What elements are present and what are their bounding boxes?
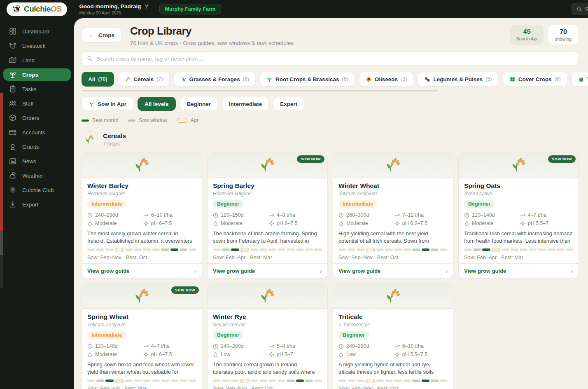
orders-icon bbox=[9, 114, 17, 122]
level-chip-expert[interactable]: Expert bbox=[273, 97, 304, 111]
sow-summary: Sow: Feb–Apr · Best: Mar bbox=[213, 255, 322, 260]
sidebar-item-accounts[interactable]: Accounts bbox=[3, 126, 71, 138]
month-segment bbox=[152, 248, 160, 251]
greeting-text: Good morning, Padraig bbox=[79, 3, 141, 9]
page-subtitle: 70 Irish & UK crops · Grow guides, sow w… bbox=[130, 40, 294, 46]
category-chip-legumes-pulses[interactable]: Legumes & Pulses (5) bbox=[418, 72, 498, 87]
month-segment bbox=[96, 248, 104, 251]
level-chip-intermediate[interactable]: Intermediate bbox=[222, 97, 269, 111]
stat-yield: 4–7 t/ha bbox=[151, 343, 170, 349]
crop-description: Traditional Irish cereal with increasing… bbox=[464, 230, 573, 245]
sunflower-icon bbox=[366, 76, 372, 82]
sidebar-item-weather[interactable]: Weather bbox=[3, 169, 71, 182]
chips-scrollbar[interactable] bbox=[82, 90, 438, 91]
sidebar-item-livestock[interactable]: Livestock bbox=[3, 40, 71, 52]
greeting-block: Good morning, Padraig Monday 20 April 20… bbox=[79, 3, 149, 15]
month-segment bbox=[412, 248, 420, 251]
month-segment bbox=[529, 248, 537, 251]
sidebar-item-staff[interactable]: Staff bbox=[3, 97, 71, 110]
category-chip-cover-crops[interactable]: Cover Crops (6) bbox=[503, 72, 567, 87]
level-chip-beginner[interactable]: Beginner bbox=[180, 97, 218, 111]
crop-stats: 260–300d 7–12 t/ha Moderate pH 6.2–7.5 bbox=[338, 212, 448, 226]
sidebar-item-news[interactable]: News bbox=[3, 155, 71, 167]
sow-window-strip bbox=[213, 378, 322, 383]
brand-primary: Culchie bbox=[24, 5, 51, 13]
sidebar-item-dashboard[interactable]: Dashboard bbox=[3, 25, 71, 37]
month-segment bbox=[357, 248, 364, 251]
month-segment bbox=[161, 248, 169, 251]
grasses-icon bbox=[180, 76, 187, 82]
month-segment bbox=[268, 248, 276, 251]
stat-duration: 120–140d bbox=[472, 212, 495, 218]
difficulty-badge: Beginner bbox=[213, 331, 243, 339]
month-segment bbox=[412, 380, 420, 382]
sidebar-item-culchie-club[interactable]: Culchie Club bbox=[3, 184, 71, 196]
stat-duration: 240–280d bbox=[221, 343, 244, 349]
crop-card-triticale: Triticale × Triticosecale Beginner 240–2… bbox=[333, 284, 453, 389]
month-segment bbox=[250, 380, 258, 382]
crop-latin-name: Hordeum vulgare bbox=[213, 191, 322, 197]
stat-duration: 110–140d bbox=[95, 343, 118, 349]
category-chip-grasses-forages[interactable]: Grasses & Forages (6) bbox=[174, 72, 256, 87]
sidebar-item-land[interactable]: Land bbox=[3, 54, 71, 66]
crop-search-input[interactable] bbox=[96, 56, 574, 62]
month-segment bbox=[492, 248, 500, 252]
livestock-icon bbox=[9, 42, 17, 50]
month-segment bbox=[213, 380, 221, 382]
crop-latin-name: × Triticosecale bbox=[338, 322, 448, 328]
crop-description: Spring-sown bread and feed wheat with lo… bbox=[87, 361, 196, 376]
crop-card-hero bbox=[82, 153, 202, 178]
brand-secondary: OS bbox=[51, 5, 61, 13]
back-button[interactable]: ← Crops bbox=[82, 28, 122, 42]
stat-water: Moderate bbox=[221, 220, 243, 226]
month-segment bbox=[538, 248, 546, 251]
crop-stats: 110–140d 4–7 t/ha Moderate pH 6–7.5 bbox=[87, 343, 196, 357]
crop-card-grid: Winter Barley Hordeum vulgare Intermedia… bbox=[82, 152, 579, 389]
view-grow-guide-button[interactable]: View grow guide › bbox=[459, 263, 579, 278]
sow-window-strip bbox=[87, 378, 196, 383]
crop-name: Winter Wheat bbox=[338, 182, 448, 190]
level-chip-all-levels[interactable]: All levels bbox=[138, 97, 176, 111]
stat-water: Moderate bbox=[95, 220, 117, 226]
view-grow-guide-button[interactable]: View grow guide › bbox=[82, 263, 202, 278]
category-chip-all[interactable]: All (70) bbox=[82, 72, 114, 87]
accounts-icon bbox=[9, 128, 17, 136]
sow-now-badge: SOW NOW bbox=[548, 155, 576, 163]
stat-ph: pH 5–7 bbox=[277, 352, 293, 357]
app-logo[interactable]: CulchieOS bbox=[7, 2, 67, 16]
farm-badge[interactable]: Murphy Family Farm bbox=[159, 4, 221, 14]
difficulty-badge: Intermediate bbox=[87, 331, 126, 339]
month-segment bbox=[268, 380, 276, 382]
month-segment bbox=[431, 248, 439, 251]
month-segment bbox=[520, 248, 527, 251]
legend-swatch bbox=[82, 120, 89, 122]
month-segment bbox=[473, 248, 481, 251]
crop-latin-name: Secale cereale bbox=[213, 322, 322, 328]
month-segment bbox=[394, 380, 402, 382]
sidebar-item-tasks[interactable]: Tasks bbox=[3, 83, 71, 95]
sidebar-item-export[interactable]: Export bbox=[3, 198, 71, 211]
crop-stats: 240–280d 6–10 t/ha Moderate pH 6–7.5 bbox=[87, 212, 196, 226]
legend: Best month Sow window Apr bbox=[82, 117, 579, 123]
category-chip-oilseeds[interactable]: Oilseeds (3) bbox=[359, 72, 414, 87]
month-segment bbox=[189, 248, 196, 251]
droplet-icon bbox=[213, 221, 218, 226]
crop-name: Winter Rye bbox=[213, 313, 322, 321]
level-chip-sow-in-apr[interactable]: Sow in Apr bbox=[82, 97, 133, 111]
crop-description: The hardiest cereal grown in Ireland — t… bbox=[213, 361, 322, 376]
view-grow-guide-button[interactable]: View grow guide › bbox=[333, 263, 453, 278]
category-chip-root-crops-brassicas[interactable]: Root Crops & Brassicas (6) bbox=[260, 72, 355, 87]
month-segment bbox=[366, 379, 375, 383]
sidebar-item-grants[interactable]: Grants bbox=[3, 141, 71, 153]
crop-search-bar[interactable] bbox=[82, 52, 579, 66]
category-chip-vegetables[interactable]: Vegetables (19) bbox=[572, 72, 588, 87]
section-title: Cereals bbox=[103, 132, 126, 140]
sidebar-item-orders[interactable]: Orders bbox=[3, 112, 71, 124]
view-grow-guide-button[interactable]: View grow guide › bbox=[208, 263, 327, 278]
global-search[interactable]: Se bbox=[572, 3, 588, 15]
category-chip-cereals[interactable]: Cereals (7) bbox=[118, 72, 170, 87]
crop-stats: 240–280d 6–10 t/ha Low pH 5.5–7.5 bbox=[338, 343, 448, 357]
stat-duration: 260–300d bbox=[346, 212, 369, 218]
sow-now-badge: SOW NOW bbox=[171, 286, 199, 294]
sidebar-item-crops[interactable]: Crops bbox=[3, 68, 71, 81]
